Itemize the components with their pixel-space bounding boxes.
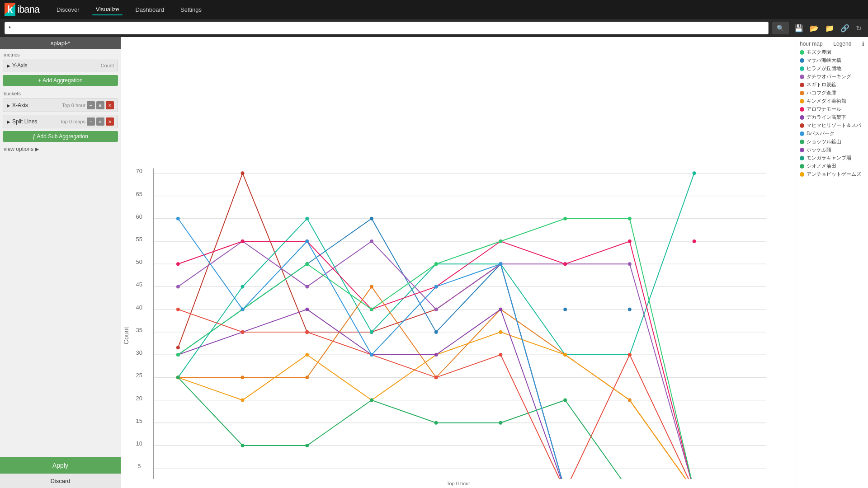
svg-point-53 [563, 308, 567, 311]
folder-icon[interactable]: 📁 [823, 22, 836, 34]
svg-point-108 [176, 375, 180, 379]
svg-point-103 [305, 308, 309, 311]
legend-item-label: シオノメ油田 [807, 163, 836, 169]
legend-color-dot [800, 131, 804, 136]
view-options[interactable]: view options ▶ [0, 143, 121, 155]
legend-item[interactable]: モンガラキャンプ場 [800, 155, 864, 161]
svg-text:25: 25 [136, 372, 142, 379]
svg-point-68 [370, 239, 373, 243]
legend-item[interactable]: キンメダイ美術館 [800, 98, 864, 104]
svg-point-40 [176, 346, 180, 349]
save-icon[interactable]: 💾 [793, 22, 805, 34]
legend-panel: hour map Legend ℹ モズク農園 マサバ海峡大橋 ヒラメが丘団地 … [796, 37, 868, 488]
refresh-icon[interactable]: ↻ [854, 22, 863, 34]
nav-visualize[interactable]: Visualize [92, 4, 123, 15]
svg-point-74 [176, 262, 180, 266]
svg-point-137 [370, 353, 373, 357]
svg-text:15: 15 [136, 418, 142, 424]
svg-text:10: 10 [136, 440, 142, 447]
legend-item-label: タチウオパーキング [807, 73, 851, 80]
legend-item[interactable]: マヒマヒリゾート＆スパ [800, 122, 864, 129]
svg-point-106 [499, 308, 503, 311]
nav-settings[interactable]: Settings [177, 5, 205, 15]
legend-item[interactable]: ネギトロ炭鉱 [800, 81, 864, 88]
svg-point-72 [628, 262, 632, 266]
legend-color-dot [800, 107, 804, 112]
legend-color-dot [800, 156, 804, 160]
open-icon[interactable]: 📂 [808, 22, 821, 34]
search-input[interactable] [5, 22, 769, 34]
x-axis-type: Top 0 hour [62, 103, 85, 108]
svg-point-134 [176, 217, 180, 221]
legend-color-dot [800, 91, 804, 95]
legend-color-dot [800, 83, 804, 87]
legend-item[interactable]: アロワナモール [800, 106, 864, 113]
legend-color-dot [800, 75, 804, 79]
legend-item[interactable]: ヒラメが丘団地 [800, 65, 864, 72]
legend-item[interactable]: ショッツル鉱山 [800, 138, 864, 145]
legend-info-icon[interactable]: ℹ [862, 41, 864, 47]
sidebar-footer: Apply Discard [0, 457, 121, 488]
svg-point-114 [563, 399, 567, 402]
svg-point-85 [305, 375, 309, 379]
nav-dashboard[interactable]: Dashboard [132, 5, 168, 15]
legend-color-dot [800, 99, 804, 103]
kibana-logo: k ibana [5, 3, 39, 16]
legend-item[interactable]: デカライン高架下 [800, 114, 864, 121]
legend-item[interactable]: シオノメ油田 [800, 163, 864, 169]
legend-items: モズク農園 マサバ海峡大橋 ヒラメが丘団地 タチウオパーキング ネギトロ炭鉱 ハ… [800, 49, 864, 178]
svg-point-112 [434, 421, 438, 425]
svg-point-51 [434, 330, 438, 334]
legend-label: Legend [833, 41, 851, 47]
split-lines-label: Split Lines [12, 118, 37, 125]
svg-point-122 [499, 239, 503, 243]
legend-title: hour map [800, 41, 823, 47]
x-axis-expand-icon: ▶ [7, 103, 10, 108]
y-axis-item[interactable]: ▶ Y-Axis Count [3, 60, 118, 71]
add-aggregation-button[interactable]: + Add Aggregation [3, 75, 118, 86]
legend-item[interactable]: ホッケふ頭 [800, 146, 864, 153]
search-bar: 🔍 💾 📂 📁 🔗 ↻ [0, 19, 868, 37]
svg-point-127 [241, 330, 245, 334]
top-navigation: k ibana Discover Visualize Dashboard Set… [0, 0, 868, 19]
legend-item[interactable]: Bバスパーク [800, 130, 864, 137]
legend-item[interactable]: タチウオパーキング [800, 73, 864, 80]
split-lines-item[interactable]: ▶ Split Lines Top 0 maps − ≡ ✕ [3, 115, 118, 128]
split-lines-remove-btn[interactable]: ✕ [106, 117, 114, 126]
legend-item-label: Bバスパーク [807, 130, 835, 137]
svg-point-84 [241, 375, 245, 379]
svg-point-117 [176, 353, 180, 357]
legend-item-label: マサバ海峡大橋 [807, 57, 841, 64]
svg-point-120 [370, 308, 373, 311]
y-axis-label: Y-Axis [12, 62, 28, 69]
legend-item-label: アロワナモール [807, 106, 841, 113]
add-sub-aggregation-button[interactable]: ƒ Add Sub Aggregation [3, 131, 118, 142]
apply-button[interactable]: Apply [0, 457, 121, 474]
legend-item[interactable]: ハコフグ倉庫 [800, 89, 864, 96]
svg-text:65: 65 [136, 190, 142, 197]
legend-item[interactable]: モズク農園 [800, 49, 864, 56]
search-button[interactable]: 🔍 [772, 22, 789, 34]
x-axis-up-btn[interactable]: − [87, 101, 95, 109]
split-lines-up-btn[interactable]: − [87, 117, 95, 126]
svg-point-131 [499, 353, 503, 357]
chart-container: 0 5 10 15 20 25 30 35 40 45 50 55 60 65 … [121, 37, 796, 479]
x-axis-settings-btn[interactable]: ≡ [96, 101, 104, 109]
legend-item[interactable]: アンチョビットゲームズ [800, 171, 864, 178]
svg-point-119 [305, 262, 309, 266]
legend-item[interactable]: マサバ海峡大橋 [800, 57, 864, 64]
svg-point-67 [305, 285, 309, 288]
svg-text:5: 5 [137, 463, 141, 469]
chart-x-label: Top 0 hour [121, 479, 796, 488]
svg-point-128 [305, 330, 309, 334]
x-axis-item[interactable]: ▶ X-Axis Top 0 hour − ≡ ✕ [3, 99, 118, 112]
nav-discover[interactable]: Discover [53, 5, 83, 15]
split-lines-settings-btn[interactable]: ≡ [96, 117, 104, 126]
share-icon[interactable]: 🔗 [839, 22, 851, 34]
discard-button[interactable]: Discard [0, 474, 121, 488]
x-axis-remove-btn[interactable]: ✕ [106, 101, 114, 109]
svg-point-130 [434, 375, 438, 379]
svg-point-109 [241, 444, 245, 447]
legend-color-dot [800, 140, 804, 144]
buckets-label: buckets [0, 88, 121, 97]
